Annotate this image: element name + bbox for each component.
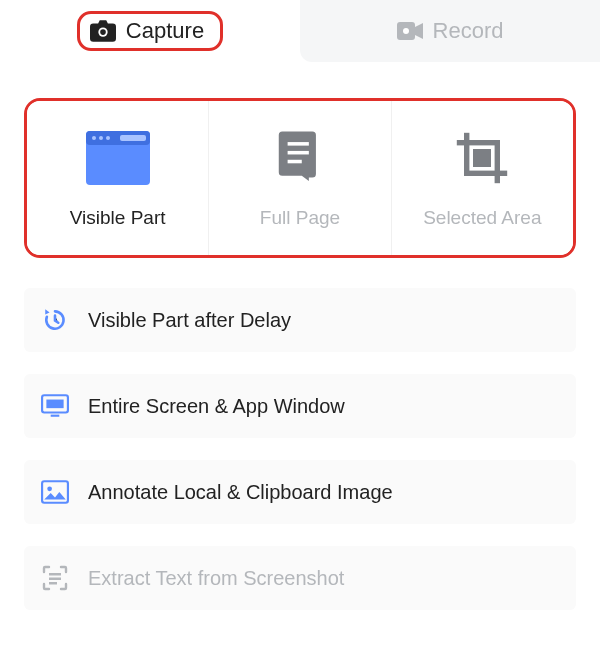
svg-rect-9 [120, 135, 146, 141]
browser-window-icon [82, 127, 154, 189]
svg-point-7 [99, 136, 103, 140]
video-icon [397, 20, 423, 42]
svg-point-1 [100, 29, 106, 35]
tab-capture[interactable]: Capture [0, 0, 300, 62]
svg-rect-25 [49, 582, 57, 585]
option-visible-after-delay[interactable]: Visible Part after Delay [24, 288, 576, 352]
option-annotate-label: Annotate Local & Clipboard Image [88, 481, 393, 504]
mode-visible-label: Visible Part [70, 207, 166, 229]
option-entire-screen[interactable]: Entire Screen & App Window [24, 374, 576, 438]
svg-rect-17 [473, 149, 491, 167]
option-list: Visible Part after Delay Entire Screen &… [24, 288, 576, 610]
monitor-icon [40, 391, 70, 421]
tab-record-label: Record [433, 18, 504, 44]
svg-point-3 [403, 28, 409, 34]
svg-rect-20 [51, 415, 60, 417]
mode-fullpage-label: Full Page [260, 207, 340, 229]
mode-visible-part[interactable]: Visible Part [27, 101, 208, 255]
ocr-scan-icon [40, 563, 70, 593]
delay-clock-icon [40, 305, 70, 335]
svg-rect-19 [46, 400, 63, 409]
option-ocr-label: Extract Text from Screenshot [88, 567, 344, 590]
svg-rect-10 [288, 142, 309, 146]
svg-rect-14 [457, 140, 500, 145]
svg-point-6 [92, 136, 96, 140]
camera-icon [90, 20, 116, 42]
tab-capture-label: Capture [126, 18, 204, 44]
svg-point-8 [106, 136, 110, 140]
svg-rect-16 [464, 171, 507, 176]
capture-modes: Visible Part Full Page Selected Area [24, 98, 576, 258]
tab-bar: Capture Record [0, 0, 600, 62]
full-page-icon [264, 127, 336, 189]
svg-rect-13 [464, 133, 469, 176]
crop-icon [446, 127, 518, 189]
option-entire-label: Entire Screen & App Window [88, 395, 345, 418]
svg-rect-24 [49, 578, 61, 581]
option-annotate-image[interactable]: Annotate Local & Clipboard Image [24, 460, 576, 524]
svg-point-22 [47, 486, 52, 491]
svg-rect-11 [288, 151, 309, 155]
mode-selected-label: Selected Area [423, 207, 541, 229]
option-delay-label: Visible Part after Delay [88, 309, 291, 332]
svg-rect-23 [49, 573, 61, 576]
option-extract-text[interactable]: Extract Text from Screenshot [24, 546, 576, 610]
tab-record[interactable]: Record [300, 0, 600, 62]
image-icon [40, 477, 70, 507]
svg-rect-12 [288, 160, 302, 164]
svg-rect-15 [495, 140, 500, 183]
mode-full-page[interactable]: Full Page [208, 101, 390, 255]
mode-selected-area[interactable]: Selected Area [391, 101, 573, 255]
